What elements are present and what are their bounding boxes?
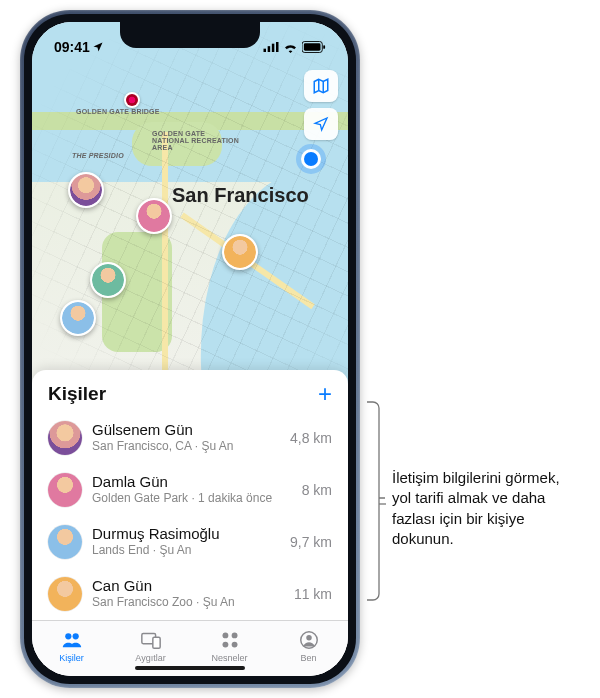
person-name: Can Gün [92,577,284,595]
location-arrow-icon [313,116,329,132]
person-sub: San Francisco Zoo · Şu An [92,595,284,611]
person-row[interactable]: Damla Gün Golden Gate Park · 1 dakika ön… [32,464,348,516]
map-mode-button[interactable] [304,70,338,102]
map-label-city: San Francisco [172,184,309,207]
people-sheet: Kişiler + Gülsenem Gün San Francisco, CA… [32,370,348,676]
svg-point-12 [231,632,237,638]
callout-text: İletişim bilgilerini görmek, yol tarifi … [392,468,582,549]
avatar [48,473,82,507]
svg-point-7 [65,633,71,639]
person-sub: Golden Gate Park · 1 dakika önce [92,491,292,507]
avatar [48,421,82,455]
person-sub: San Francisco, CA · Şu An [92,439,280,455]
avatar [48,525,82,559]
svg-point-16 [306,634,312,640]
tab-label: Kişiler [59,653,84,663]
tab-label: Nesneler [211,653,247,663]
map-icon [312,77,330,95]
map-poi-pin[interactable] [124,92,140,108]
home-indicator[interactable] [135,666,245,670]
status-time: 09:41 [54,39,90,55]
tab-label: Aygıtlar [135,653,165,663]
phone-frame: 09:41 GOLDEN GATE BRIDGE [20,10,360,688]
person-distance: 8 km [302,482,332,498]
tab-devices[interactable]: Aygıtlar [111,621,190,670]
sheet-title: Kişiler [48,383,106,405]
svg-point-13 [222,641,228,647]
svg-rect-3 [276,42,279,52]
person-name: Damla Gün [92,473,292,491]
avatar [48,577,82,611]
location-icon [92,41,104,53]
tab-items[interactable]: Nesneler [190,621,269,670]
map-person-pin[interactable] [60,300,96,336]
iphone-device: 09:41 GOLDEN GATE BRIDGE [20,10,360,688]
add-person-button[interactable]: + [318,382,332,406]
person-distance: 4,8 km [290,430,332,446]
svg-rect-1 [268,46,271,52]
map-label-recreation-area: Golden Gate National Recreation Area [152,130,242,151]
screen: 09:41 GOLDEN GATE BRIDGE [32,22,348,676]
callout-bracket [365,400,387,608]
person-sub: Lands End · Şu An [92,543,280,559]
svg-rect-2 [272,44,275,52]
map-label-golden-gate-bridge: GOLDEN GATE BRIDGE [76,108,160,115]
svg-rect-5 [304,43,321,50]
notch [120,22,260,48]
map-label-presidio: The Presidio [72,152,124,159]
person-distance: 11 km [294,586,332,602]
map-person-pin[interactable] [136,198,172,234]
person-row[interactable]: Can Gün San Francisco Zoo · Şu An 11 km [32,568,348,620]
tab-me[interactable]: Ben [269,621,348,670]
svg-point-11 [222,632,228,638]
user-location-dot [304,152,318,166]
map-person-pin[interactable] [222,234,258,270]
person-row[interactable]: Durmuş Rasimoğlu Lands End · Şu An 9,7 k… [32,516,348,568]
map-recenter-button[interactable] [304,108,338,140]
map-person-pin[interactable] [90,262,126,298]
person-row[interactable]: Gülsenem Gün San Francisco, CA · Şu An 4… [32,412,348,464]
wifi-icon [283,42,298,53]
person-name: Gülsenem Gün [92,421,280,439]
map-person-pin[interactable] [68,172,104,208]
devices-icon [139,629,163,651]
person-distance: 9,7 km [290,534,332,550]
svg-rect-6 [323,45,325,49]
svg-rect-10 [152,637,159,648]
svg-point-14 [231,641,237,647]
tab-label: Ben [300,653,316,663]
people-icon [60,629,84,651]
map-view[interactable]: GOLDEN GATE BRIDGE Golden Gate National … [32,22,348,392]
svg-point-8 [72,633,78,639]
items-icon [218,629,242,651]
person-name: Durmuş Rasimoğlu [92,525,280,543]
cellular-icon [263,42,279,52]
battery-icon [302,41,326,53]
tab-people[interactable]: Kişiler [32,621,111,670]
people-list: Gülsenem Gün San Francisco, CA · Şu An 4… [32,412,348,620]
person-icon [297,629,321,651]
svg-rect-0 [264,49,267,52]
